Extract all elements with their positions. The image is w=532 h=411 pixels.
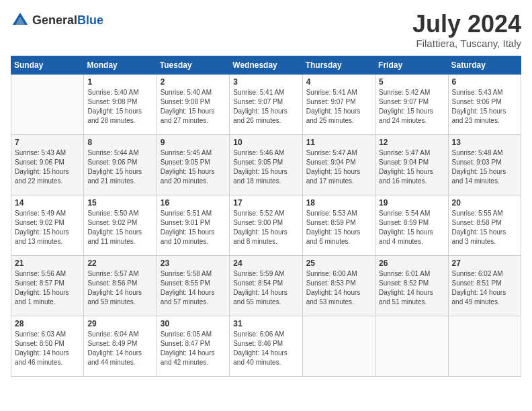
- calendar-cell: 28Sunrise: 6:03 AM Sunset: 8:50 PM Dayli…: [11, 316, 84, 376]
- day-number: 6: [452, 77, 517, 87]
- calendar-week-row: 1Sunrise: 5:40 AM Sunset: 9:08 PM Daylig…: [11, 74, 521, 134]
- day-number: 26: [379, 259, 444, 268]
- day-number: 23: [161, 259, 226, 268]
- day-info: Sunrise: 6:05 AM Sunset: 8:47 PM Dayligh…: [161, 330, 226, 367]
- day-number: 14: [15, 198, 80, 208]
- day-info: Sunrise: 5:56 AM Sunset: 8:57 PM Dayligh…: [15, 269, 80, 307]
- day-info: Sunrise: 5:45 AM Sunset: 9:05 PM Dayligh…: [161, 148, 226, 186]
- day-number: 15: [87, 198, 152, 208]
- day-info: Sunrise: 5:41 AM Sunset: 9:07 PM Dayligh…: [233, 88, 298, 126]
- day-number: 29: [87, 319, 152, 328]
- day-number: 16: [161, 198, 226, 208]
- day-number: 11: [306, 138, 371, 147]
- day-number: 2: [161, 77, 226, 87]
- calendar-cell: 20Sunrise: 5:55 AM Sunset: 8:58 PM Dayli…: [448, 195, 521, 255]
- day-info: Sunrise: 5:46 AM Sunset: 9:05 PM Dayligh…: [233, 148, 298, 186]
- month-year: July 2024: [412, 11, 521, 38]
- header-row: SundayMondayTuesdayWednesdayThursdayFrid…: [11, 56, 521, 74]
- day-number: 5: [379, 77, 444, 87]
- calendar-cell: [375, 316, 448, 376]
- day-info: Sunrise: 6:06 AM Sunset: 8:46 PM Dayligh…: [233, 330, 298, 367]
- calendar-cell: 13Sunrise: 5:48 AM Sunset: 9:03 PM Dayli…: [448, 134, 521, 195]
- logo: GeneralBlue: [11, 11, 103, 30]
- day-number: 19: [379, 198, 444, 208]
- day-info: Sunrise: 6:03 AM Sunset: 8:50 PM Dayligh…: [15, 330, 80, 367]
- calendar-cell: 21Sunrise: 5:56 AM Sunset: 8:57 PM Dayli…: [11, 255, 84, 316]
- day-info: Sunrise: 6:04 AM Sunset: 8:49 PM Dayligh…: [87, 330, 152, 367]
- calendar-cell: 19Sunrise: 5:54 AM Sunset: 8:59 PM Dayli…: [375, 195, 448, 255]
- calendar-week-row: 14Sunrise: 5:49 AM Sunset: 9:02 PM Dayli…: [11, 195, 521, 255]
- day-number: 25: [306, 259, 371, 268]
- calendar-cell: 15Sunrise: 5:50 AM Sunset: 9:02 PM Dayli…: [84, 195, 157, 255]
- day-info: Sunrise: 6:02 AM Sunset: 8:51 PM Dayligh…: [452, 269, 517, 307]
- day-info: Sunrise: 5:40 AM Sunset: 9:08 PM Dayligh…: [87, 88, 152, 126]
- day-info: Sunrise: 5:53 AM Sunset: 8:59 PM Dayligh…: [306, 209, 371, 246]
- day-number: 28: [15, 319, 80, 328]
- day-info: Sunrise: 5:42 AM Sunset: 9:07 PM Dayligh…: [379, 88, 444, 126]
- calendar-cell: 30Sunrise: 6:05 AM Sunset: 8:47 PM Dayli…: [157, 316, 229, 376]
- day-info: Sunrise: 5:43 AM Sunset: 9:06 PM Dayligh…: [15, 148, 80, 186]
- day-number: 30: [161, 319, 226, 328]
- day-number: 12: [379, 138, 444, 147]
- day-info: Sunrise: 5:55 AM Sunset: 8:58 PM Dayligh…: [452, 209, 517, 246]
- day-number: 9: [161, 138, 226, 147]
- title-block: July 2024 Filattiera, Tuscany, Italy: [412, 11, 521, 49]
- header-saturday: Saturday: [448, 56, 521, 74]
- logo-icon: [11, 11, 30, 30]
- header-friday: Friday: [375, 56, 448, 74]
- calendar-cell: 7Sunrise: 5:43 AM Sunset: 9:06 PM Daylig…: [11, 134, 84, 195]
- header-wednesday: Wednesday: [230, 56, 302, 74]
- calendar-cell: 12Sunrise: 5:47 AM Sunset: 9:04 PM Dayli…: [375, 134, 448, 195]
- calendar-cell: 18Sunrise: 5:53 AM Sunset: 8:59 PM Dayli…: [302, 195, 375, 255]
- day-info: Sunrise: 5:47 AM Sunset: 9:04 PM Dayligh…: [306, 148, 371, 186]
- calendar-cell: 1Sunrise: 5:40 AM Sunset: 9:08 PM Daylig…: [84, 74, 157, 134]
- calendar-cell: 26Sunrise: 6:01 AM Sunset: 8:52 PM Dayli…: [375, 255, 448, 316]
- day-number: 18: [306, 198, 371, 208]
- calendar-cell: 31Sunrise: 6:06 AM Sunset: 8:46 PM Dayli…: [230, 316, 302, 376]
- calendar-cell: 3Sunrise: 5:41 AM Sunset: 9:07 PM Daylig…: [230, 74, 302, 134]
- calendar-cell: 11Sunrise: 5:47 AM Sunset: 9:04 PM Dayli…: [302, 134, 375, 195]
- header-tuesday: Tuesday: [157, 56, 229, 74]
- day-number: 17: [233, 198, 298, 208]
- day-info: Sunrise: 5:57 AM Sunset: 8:56 PM Dayligh…: [87, 269, 152, 307]
- day-info: Sunrise: 5:51 AM Sunset: 9:01 PM Dayligh…: [161, 209, 226, 246]
- day-info: Sunrise: 5:44 AM Sunset: 9:06 PM Dayligh…: [87, 148, 152, 186]
- calendar-cell: 14Sunrise: 5:49 AM Sunset: 9:02 PM Dayli…: [11, 195, 84, 255]
- day-info: Sunrise: 5:52 AM Sunset: 9:00 PM Dayligh…: [233, 209, 298, 246]
- day-info: Sunrise: 5:47 AM Sunset: 9:04 PM Dayligh…: [379, 148, 444, 186]
- day-number: 31: [233, 319, 298, 328]
- day-number: 8: [87, 138, 152, 147]
- day-info: Sunrise: 5:58 AM Sunset: 8:55 PM Dayligh…: [161, 269, 226, 307]
- day-info: Sunrise: 5:50 AM Sunset: 9:02 PM Dayligh…: [87, 209, 152, 246]
- calendar-cell: 4Sunrise: 5:41 AM Sunset: 9:07 PM Daylig…: [302, 74, 375, 134]
- day-number: 4: [306, 77, 371, 87]
- calendar-cell: 24Sunrise: 5:59 AM Sunset: 8:54 PM Dayli…: [230, 255, 302, 316]
- day-info: Sunrise: 5:54 AM Sunset: 8:59 PM Dayligh…: [379, 209, 444, 246]
- calendar-week-row: 21Sunrise: 5:56 AM Sunset: 8:57 PM Dayli…: [11, 255, 521, 316]
- logo-text-general: General: [32, 13, 77, 27]
- calendar-cell: [302, 316, 375, 376]
- calendar-cell: [11, 74, 84, 134]
- day-number: 20: [452, 198, 517, 208]
- day-info: Sunrise: 6:01 AM Sunset: 8:52 PM Dayligh…: [379, 269, 444, 307]
- header-sunday: Sunday: [11, 56, 84, 74]
- calendar-week-row: 7Sunrise: 5:43 AM Sunset: 9:06 PM Daylig…: [11, 134, 521, 195]
- day-number: 27: [452, 259, 517, 268]
- day-number: 1: [87, 77, 152, 87]
- logo-text-blue: Blue: [77, 13, 103, 27]
- day-number: 13: [452, 138, 517, 147]
- calendar-cell: 16Sunrise: 5:51 AM Sunset: 9:01 PM Dayli…: [157, 195, 229, 255]
- day-info: Sunrise: 5:49 AM Sunset: 9:02 PM Dayligh…: [15, 209, 80, 246]
- calendar-cell: 23Sunrise: 5:58 AM Sunset: 8:55 PM Dayli…: [157, 255, 229, 316]
- day-info: Sunrise: 5:48 AM Sunset: 9:03 PM Dayligh…: [452, 148, 517, 186]
- day-number: 3: [233, 77, 298, 87]
- calendar-cell: 5Sunrise: 5:42 AM Sunset: 9:07 PM Daylig…: [375, 74, 448, 134]
- calendar-cell: [448, 316, 521, 376]
- calendar-cell: 29Sunrise: 6:04 AM Sunset: 8:49 PM Dayli…: [84, 316, 157, 376]
- day-number: 7: [15, 138, 80, 147]
- calendar-cell: 8Sunrise: 5:44 AM Sunset: 9:06 PM Daylig…: [84, 134, 157, 195]
- day-info: Sunrise: 5:40 AM Sunset: 9:08 PM Dayligh…: [161, 88, 226, 126]
- day-number: 21: [15, 259, 80, 268]
- calendar-cell: 2Sunrise: 5:40 AM Sunset: 9:08 PM Daylig…: [157, 74, 229, 134]
- day-info: Sunrise: 5:43 AM Sunset: 9:06 PM Dayligh…: [452, 88, 517, 126]
